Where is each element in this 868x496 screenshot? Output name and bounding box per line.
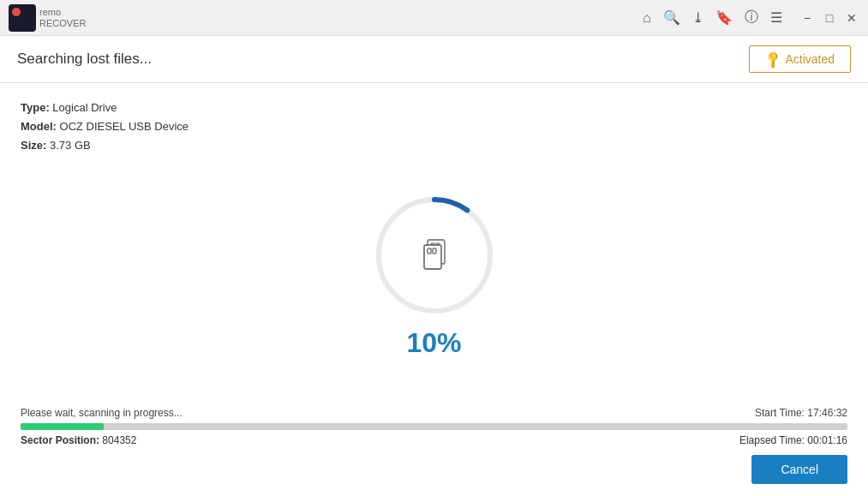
type-label: Type: <box>21 101 50 114</box>
activated-button[interactable]: 🔑 Activated <box>749 45 851 73</box>
logo-text: remo RECOVER <box>39 7 86 27</box>
svg-rect-4 <box>428 248 431 254</box>
sector-value: 804352 <box>102 434 136 446</box>
minimize-button[interactable]: − <box>799 10 815 26</box>
progress-percent: 10% <box>406 327 461 359</box>
share-icon[interactable]: ⤓ <box>692 9 703 26</box>
help-icon[interactable]: ⓘ <box>745 9 758 27</box>
bottom-status: Please wait, scanning in progress... Sta… <box>21 407 847 446</box>
model-label: Model: <box>21 120 57 133</box>
search-icon[interactable]: 🔍 <box>663 9 680 26</box>
elapsed-value: 00:01:16 <box>807 434 847 446</box>
model-value: OCZ DIESEL USB Device <box>60 120 189 133</box>
cancel-button[interactable]: Cancel <box>751 455 847 484</box>
status-row: Please wait, scanning in progress... Sta… <box>21 407 847 419</box>
progress-area: 10% <box>21 146 847 407</box>
logo-line1: remo <box>39 7 86 17</box>
start-time-label: Start Time: <box>755 407 805 419</box>
progress-bar-container <box>21 423 847 430</box>
progress-bar-fill <box>21 423 104 430</box>
type-row: Type: Logical Drive <box>21 99 847 117</box>
title-bar-right: ⌂ 🔍 ⤓ 🔖 ⓘ ☰ − □ ✕ <box>643 9 859 27</box>
sector-row: Sector Position: 804352 Elapsed Time: 00… <box>21 434 847 446</box>
svg-rect-5 <box>433 248 436 254</box>
start-time: Start Time: 17:46:32 <box>755 407 847 419</box>
logo-line2: RECOVER <box>39 18 86 28</box>
menu-icon[interactable]: ☰ <box>770 9 782 26</box>
logo-icon <box>9 4 36 32</box>
model-row: Model: OCZ DIESEL USB Device <box>21 117 847 136</box>
maximize-button[interactable]: □ <box>822 10 837 26</box>
elapsed-label: Elapsed Time: <box>739 434 805 446</box>
activated-label: Activated <box>785 52 835 66</box>
home-icon[interactable]: ⌂ <box>643 10 651 26</box>
title-bar: remo RECOVER ⌂ 🔍 ⤓ 🔖 ⓘ ☰ − □ ✕ <box>0 0 868 36</box>
main-content: Type: Logical Drive Model: OCZ DIESEL US… <box>0 83 868 496</box>
key-icon: 🔑 <box>763 49 782 69</box>
start-time-value: 17:46:32 <box>807 407 847 419</box>
progress-circle <box>374 195 494 315</box>
sector-position: Sector Position: 804352 <box>21 434 136 446</box>
close-button[interactable]: ✕ <box>844 10 859 26</box>
window-controls: − □ ✕ <box>799 10 859 26</box>
sector-label: Sector Position: <box>21 434 99 446</box>
page-title: Searching lost files... <box>17 51 152 68</box>
logo: remo RECOVER <box>9 4 86 32</box>
circle-inner-icon <box>412 233 457 278</box>
title-bar-left: remo RECOVER <box>9 4 86 32</box>
cancel-row: Cancel <box>21 455 847 484</box>
scanning-status-text: Please wait, scanning in progress... <box>21 407 183 419</box>
type-value: Logical Drive <box>52 101 117 114</box>
bookmark-icon[interactable]: 🔖 <box>715 9 733 26</box>
elapsed-time: Elapsed Time: 00:01:16 <box>739 434 847 446</box>
usb-drive-icon <box>412 233 457 278</box>
header-bar: Searching lost files... 🔑 Activated <box>0 36 868 83</box>
